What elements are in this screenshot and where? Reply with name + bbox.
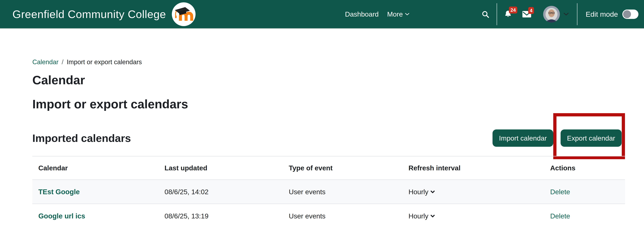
messages-button[interactable]: 4 <box>522 11 532 18</box>
col-header-calendar: Calendar <box>32 156 158 180</box>
nav-more-dropdown[interactable]: More <box>387 10 409 18</box>
table-row: Google url ics 08/6/25, 13:19 User event… <box>32 204 625 228</box>
refresh-interval-value: Hourly <box>408 212 428 220</box>
chevron-down-icon <box>405 13 409 16</box>
chevron-down-icon <box>430 190 435 193</box>
imported-calendars-table: Calendar Last updated Type of event Refr… <box>32 156 625 228</box>
last-updated-cell: 08/6/25, 13:19 <box>158 204 283 228</box>
nav-dashboard[interactable]: Dashboard <box>345 10 379 18</box>
table-row: TEst Google 08/6/25, 14:02 User events H… <box>32 180 625 204</box>
section-title: Imported calendars <box>32 132 131 144</box>
table-header-row: Calendar Last updated Type of event Refr… <box>32 156 625 180</box>
breadcrumb: Calendar / Import or export calendars <box>32 58 142 66</box>
user-menu-chevron-icon[interactable] <box>564 13 568 16</box>
moodle-calendar-import-export-page: Greenfield Community College Dashboard M… <box>0 0 644 230</box>
toggle-knob <box>623 10 631 18</box>
refresh-interval-dropdown[interactable]: Hourly <box>408 188 544 196</box>
nav-dashboard-label: Dashboard <box>345 10 379 18</box>
site-name: Greenfield Community College <box>12 8 166 21</box>
navbar-divider <box>496 3 497 25</box>
chevron-down-icon <box>430 214 435 217</box>
calendar-action-buttons: Import calendar Export calendar <box>492 129 622 147</box>
search-button[interactable] <box>481 10 490 18</box>
breadcrumb-current: Import or export calendars <box>67 58 142 66</box>
col-header-actions: Actions <box>544 156 625 180</box>
moodle-logo-icon <box>172 2 196 26</box>
breadcrumb-calendar-link[interactable]: Calendar <box>32 58 58 66</box>
nav-more-label: More <box>387 10 403 18</box>
imported-calendars-header-row: Imported calendars Import calendar Expor… <box>32 129 625 147</box>
navbar-right-group: 24 4 <box>481 0 638 28</box>
avatar <box>543 6 560 23</box>
export-calendar-button[interactable]: Export calendar <box>560 129 622 147</box>
breadcrumb-separator: / <box>62 58 64 66</box>
user-menu[interactable] <box>543 6 560 23</box>
primary-nav: Dashboard More <box>345 0 409 28</box>
type-of-event-cell: User events <box>283 180 402 204</box>
col-header-last-updated: Last updated <box>158 156 283 180</box>
type-of-event-cell: User events <box>283 204 402 228</box>
col-header-type-of-event: Type of event <box>283 156 402 180</box>
calendar-name-link[interactable]: TEst Google <box>38 188 80 196</box>
refresh-interval-dropdown[interactable]: Hourly <box>408 212 544 220</box>
import-calendar-button[interactable]: Import calendar <box>492 129 553 147</box>
site-brand-link[interactable]: Greenfield Community College <box>12 0 196 28</box>
edit-mode-toggle[interactable] <box>622 10 638 19</box>
messages-count-badge: 4 <box>528 7 534 14</box>
notifications-button[interactable]: 24 <box>504 10 512 19</box>
top-navbar: Greenfield Community College Dashboard M… <box>0 0 644 29</box>
refresh-interval-value: Hourly <box>408 188 428 196</box>
page-title: Calendar <box>32 73 85 87</box>
delete-link[interactable]: Delete <box>550 212 570 220</box>
edit-mode-label: Edit mode <box>586 10 618 18</box>
last-updated-cell: 08/6/25, 14:02 <box>158 180 283 204</box>
calendar-name-link[interactable]: Google url ics <box>38 212 85 220</box>
navbar-divider <box>577 3 578 25</box>
page-subtitle: Import or export calendars <box>32 97 188 111</box>
col-header-refresh-interval: Refresh interval <box>402 156 544 180</box>
notifications-count-badge: 24 <box>509 7 517 14</box>
search-icon <box>482 10 489 18</box>
delete-link[interactable]: Delete <box>550 188 570 196</box>
